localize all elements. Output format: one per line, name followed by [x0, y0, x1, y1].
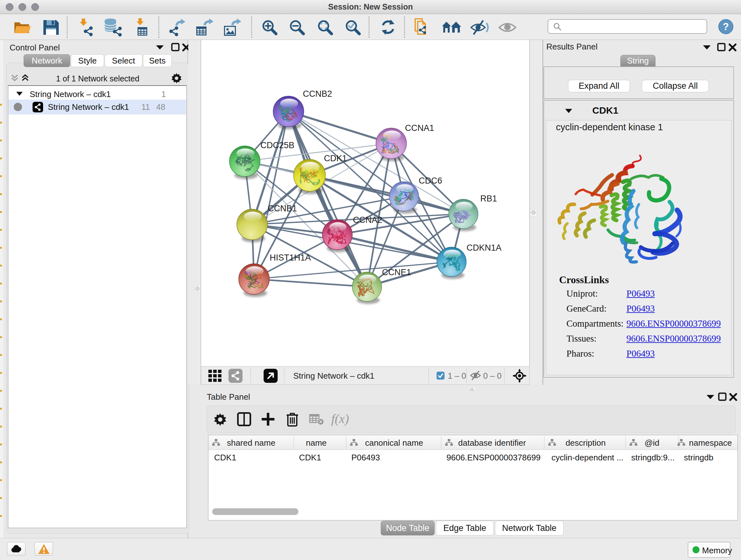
svg-text:HIST1H1A: HIST1H1A	[270, 253, 311, 262]
svg-text:CDC25B: CDC25B	[260, 140, 294, 150]
svg-text:CDK1: CDK1	[324, 153, 347, 163]
svg-text:CCNB1: CCNB1	[268, 204, 297, 213]
svg-text:RB1: RB1	[480, 194, 497, 203]
svg-text:CDKN1A: CDKN1A	[467, 243, 502, 253]
svg-text:CCNB2: CCNB2	[303, 89, 332, 99]
svg-text:CCNA2: CCNA2	[353, 215, 382, 225]
svg-text:CDC6: CDC6	[419, 176, 442, 186]
svg-text:CCNE1: CCNE1	[382, 267, 411, 277]
svg-text:CCNA1: CCNA1	[405, 123, 434, 133]
